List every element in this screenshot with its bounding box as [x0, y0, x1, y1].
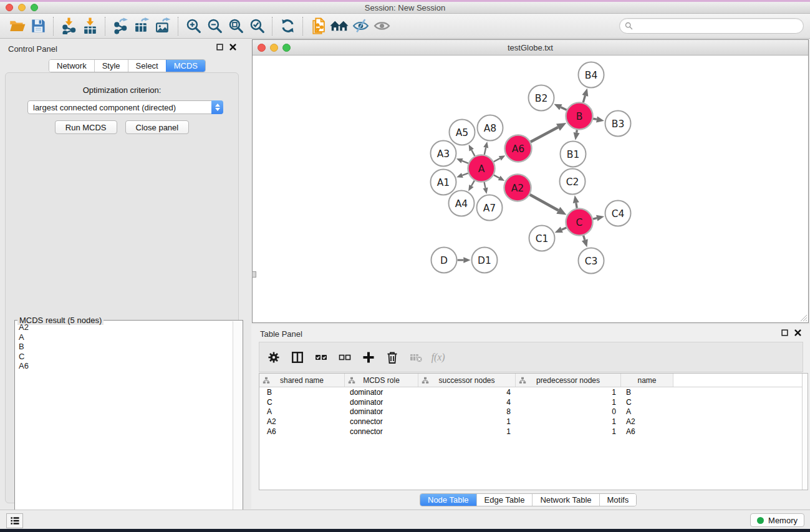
mcds-result-scrollbar[interactable] — [233, 321, 243, 532]
table-panel-window-buttons — [781, 329, 801, 336]
control-panel-tabs: NetworkStyleSelectMCDS — [49, 59, 206, 72]
close-panel-button[interactable]: Close panel — [125, 120, 190, 134]
table-row[interactable]: Cdominator41C — [259, 397, 808, 407]
zoom-fit-icon[interactable] — [225, 16, 246, 37]
save-session-icon[interactable] — [27, 16, 49, 37]
graph-node-label: A5 — [456, 127, 468, 138]
edge-A2-C[interactable] — [530, 195, 559, 210]
float-panel-icon[interactable] — [216, 44, 223, 51]
splitter-handle[interactable] — [252, 271, 256, 278]
close-panel-icon[interactable] — [794, 329, 801, 336]
edge-A6-B[interactable] — [531, 127, 558, 142]
table-row[interactable]: A2connector11A2 — [259, 417, 808, 427]
edge-A-A6[interactable] — [494, 158, 500, 162]
select-all-icon[interactable] — [312, 348, 330, 367]
column-header-shared-name[interactable]: shared name — [259, 374, 345, 387]
graph-node-label: A4 — [455, 198, 468, 210]
run-mcds-button[interactable]: Run MCDS — [55, 120, 117, 134]
tab-edge-table[interactable]: Edge Table — [476, 494, 533, 506]
edge-B-B1[interactable] — [577, 130, 577, 133]
search-input[interactable] — [636, 22, 803, 31]
float-panel-icon[interactable] — [781, 329, 788, 336]
graph-node-label: A — [478, 163, 485, 175]
tab-node-table[interactable]: Node Table — [420, 494, 476, 506]
mcds-result-item[interactable]: B — [15, 342, 232, 352]
zoom-in-icon[interactable] — [183, 16, 204, 37]
tab-network[interactable]: Network — [49, 60, 94, 72]
edge-C-C2[interactable] — [576, 203, 577, 208]
tab-select[interactable]: Select — [128, 60, 166, 72]
mcds-result-item[interactable]: A2 — [15, 322, 232, 332]
column-header-MCDS-role[interactable]: MCDS role — [345, 374, 418, 387]
edge-A-A8[interactable] — [485, 148, 486, 155]
gear-icon[interactable] — [264, 348, 283, 367]
table-row[interactable]: A6connector11A6 — [259, 427, 808, 437]
delete-column-icon[interactable] — [383, 348, 402, 367]
search-field[interactable] — [619, 18, 804, 34]
optimization-criterion-dropdown[interactable]: largest connected component (directed) — [27, 100, 223, 114]
tab-style[interactable]: Style — [94, 60, 128, 72]
edge-B-B4[interactable] — [583, 95, 585, 102]
edge-A-A4[interactable] — [471, 181, 475, 186]
table-cell: A2 — [259, 417, 345, 426]
column-layout-icon[interactable] — [288, 348, 307, 367]
graph-node-label: A6 — [512, 143, 524, 155]
network-window-titlebar[interactable]: testGlobe.txt — [253, 40, 808, 56]
edge-B-B3[interactable] — [593, 118, 597, 119]
add-column-icon[interactable] — [359, 348, 378, 367]
table-header-row: shared nameMCDS rolesuccessor nodesprede… — [259, 374, 808, 387]
hide-selected-icon[interactable] — [350, 16, 371, 37]
export-network-icon[interactable] — [110, 16, 131, 37]
memory-label: Memory — [768, 516, 798, 525]
memory-button[interactable]: Memory — [750, 513, 804, 527]
import-table-icon[interactable] — [79, 16, 100, 37]
edge-A-A3[interactable] — [462, 161, 468, 163]
table-cell: 1 — [418, 417, 516, 426]
table-row[interactable]: Bdominator41B — [259, 387, 808, 397]
edge-B-B2[interactable] — [561, 107, 566, 110]
network-from-selection-icon[interactable] — [307, 16, 329, 37]
first-neighbors-icon[interactable] — [329, 16, 350, 37]
deselect-all-icon[interactable] — [335, 348, 354, 367]
tab-network-table[interactable]: Network Table — [532, 494, 599, 506]
close-panel-icon[interactable] — [229, 44, 236, 51]
control-panel: Control Panel NetworkStyleSelectMCDS Opt… — [0, 39, 244, 509]
node-table[interactable]: shared nameMCDS rolesuccessor nodesprede… — [259, 373, 808, 490]
edge-arrowhead — [573, 195, 579, 203]
open-session-icon[interactable] — [6, 16, 27, 37]
window-resize-grip[interactable] — [799, 313, 808, 322]
column-header-predecessor-nodes[interactable]: predecessor nodes — [516, 374, 621, 387]
export-image-icon[interactable] — [152, 16, 173, 37]
zoom-selected-icon[interactable] — [246, 16, 268, 37]
edge-C-C4[interactable] — [593, 218, 597, 219]
export-table-icon[interactable] — [131, 16, 152, 37]
tab-motifs[interactable]: Motifs — [599, 494, 637, 506]
column-header-successor-nodes[interactable]: successor nodes — [418, 374, 516, 387]
edge-arrowhead — [483, 188, 488, 194]
table-cell: 1 — [516, 398, 621, 407]
import-network-icon[interactable] — [58, 16, 79, 37]
mcds-result-item[interactable]: A — [15, 332, 232, 342]
table-row[interactable]: Adominator80A — [259, 407, 808, 417]
show-hidden-icon[interactable] — [371, 16, 392, 37]
table-cell: dominator — [345, 388, 418, 397]
tab-mcds[interactable]: MCDS — [166, 60, 205, 72]
edge-C-C3[interactable] — [584, 236, 585, 240]
graph-node-label: B3 — [612, 118, 625, 130]
main-toolbar — [0, 14, 810, 39]
edge-A-A7[interactable] — [485, 182, 486, 188]
column-header-name[interactable]: name — [621, 374, 673, 387]
table-scrollbar[interactable] — [802, 374, 808, 490]
mcds-result-list[interactable]: A2ABCA6 — [15, 322, 232, 532]
task-history-button[interactable] — [6, 513, 23, 528]
edge-A-A2[interactable] — [494, 175, 499, 178]
mcds-result-item[interactable]: A6 — [15, 361, 232, 371]
edge-C-C1[interactable] — [562, 228, 567, 230]
edge-A-A1[interactable] — [462, 173, 468, 175]
edge-A-A5[interactable] — [471, 150, 475, 156]
graph-node-label: A1 — [437, 177, 450, 188]
mcds-result-item[interactable]: C — [15, 352, 232, 362]
refresh-icon[interactable] — [277, 16, 298, 37]
zoom-out-icon[interactable] — [204, 16, 225, 37]
network-canvas[interactable]: B4B2BB3A8A5A6A3B1AC2A1A2A4A7C4CC1C3DD1 — [253, 56, 808, 322]
